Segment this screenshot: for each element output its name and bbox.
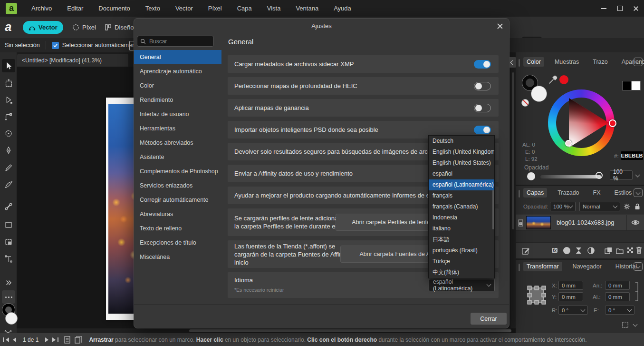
transform-mode-chevron-icon[interactable] bbox=[633, 322, 638, 327]
layer-thumbnail[interactable] bbox=[526, 216, 551, 229]
nav-excepciones-titulo[interactable]: Excepciones de título bbox=[134, 236, 221, 250]
nav-metodos-abreviados[interactable]: Métodos abreviados bbox=[134, 136, 221, 150]
multi-page-icon[interactable] bbox=[75, 336, 82, 344]
lang-option-en-uk[interactable]: English (United Kingdom) bbox=[429, 147, 494, 158]
tab-muestras[interactable]: Muestras bbox=[551, 57, 582, 67]
al-field[interactable]: 0 mm bbox=[605, 292, 630, 301]
transform-mode-icon[interactable] bbox=[621, 321, 629, 329]
panel-grip[interactable] bbox=[519, 190, 520, 198]
nav-general[interactable]: General bbox=[134, 50, 221, 64]
gear-icon[interactable] bbox=[623, 203, 631, 210]
lang-option-japanese[interactable]: 日本語 bbox=[429, 234, 494, 245]
live-filter-icon[interactable] bbox=[587, 247, 595, 255]
settings-search[interactable] bbox=[137, 36, 214, 47]
layers-panel-menu-button[interactable] bbox=[634, 188, 643, 197]
tab-transformar[interactable]: Transformar bbox=[523, 262, 562, 271]
hex-value-field[interactable]: EBEBEB bbox=[621, 151, 643, 160]
active-color-dot[interactable] bbox=[559, 75, 568, 84]
pixel-selection-tool-button[interactable] bbox=[2, 235, 15, 248]
nav-miscelanea[interactable]: Miscelánea bbox=[134, 250, 221, 264]
nav-servicios-enlazados[interactable]: Servicios enlazados bbox=[134, 178, 221, 193]
nav-abreviaturas[interactable]: Abreviaturas bbox=[134, 207, 221, 221]
language-select[interactable]: español (Latinoamérica) bbox=[429, 279, 495, 291]
opacity-chevron-icon[interactable] bbox=[635, 173, 640, 178]
last-page-button[interactable] bbox=[52, 337, 58, 342]
next-page-button[interactable] bbox=[45, 337, 48, 342]
lang-option-chinese[interactable]: 中文(简体) bbox=[429, 267, 494, 278]
layer-opacity-box[interactable]: 100 % bbox=[550, 202, 576, 211]
transform-tool-button[interactable] bbox=[2, 76, 15, 89]
node-tool-button[interactable] bbox=[2, 93, 15, 107]
panel-grip[interactable] bbox=[519, 59, 520, 67]
menu-capa[interactable]: Capa bbox=[230, 0, 260, 17]
lang-option-deutsch[interactable]: Deutsch bbox=[429, 136, 494, 147]
pixel-layer-icon[interactable] bbox=[626, 247, 635, 255]
lang-option-espanol[interactable]: español bbox=[429, 168, 494, 179]
menu-vista[interactable]: Vista bbox=[260, 0, 288, 17]
persona-vector-button[interactable]: Vector bbox=[23, 21, 63, 34]
tab-trazado[interactable]: Trazado bbox=[554, 188, 582, 198]
lang-option-francais[interactable]: français bbox=[429, 190, 494, 201]
maximize-button[interactable] bbox=[612, 0, 628, 17]
tab-color[interactable]: Color bbox=[523, 57, 544, 67]
opacity-value-box[interactable]: 100 % bbox=[610, 170, 633, 180]
none-color-swatch[interactable] bbox=[521, 99, 529, 107]
link-dimensions-icon[interactable] bbox=[634, 282, 639, 302]
dialog-close-button[interactable] bbox=[497, 23, 503, 30]
anchor-point-selector[interactable] bbox=[526, 285, 547, 306]
persona-pixel-button[interactable]: Píxel bbox=[67, 21, 102, 34]
single-page-icon[interactable] bbox=[64, 336, 70, 344]
prev-page-button[interactable] bbox=[13, 337, 16, 342]
tab-capas[interactable]: Capas bbox=[523, 188, 547, 198]
r-field[interactable]: 0 ° bbox=[558, 306, 588, 315]
new-layer-icon[interactable] bbox=[604, 247, 613, 255]
point-transform-tool-button[interactable] bbox=[2, 200, 15, 213]
menu-vector[interactable]: Vector bbox=[168, 0, 201, 17]
eyedropper-icon[interactable] bbox=[547, 73, 559, 86]
tab-estilos[interactable]: Estilos bbox=[611, 188, 635, 198]
toggle-ganancia[interactable] bbox=[474, 104, 491, 112]
opacity-slider-handle[interactable] bbox=[596, 172, 603, 179]
autoselect-checkbox[interactable] bbox=[52, 42, 59, 49]
menu-pixel[interactable]: Píxel bbox=[201, 0, 230, 17]
e-field[interactable]: 0 ° bbox=[605, 306, 634, 315]
move-tool-button[interactable] bbox=[2, 59, 15, 72]
close-button[interactable] bbox=[628, 0, 644, 17]
lang-option-portugues-br[interactable]: português (Brasil) bbox=[429, 245, 494, 256]
collapse-panel-button[interactable] bbox=[509, 57, 516, 68]
toggle-heic[interactable] bbox=[474, 82, 491, 90]
document-tab[interactable]: <Untitled> [Modificado] (41.3%) bbox=[17, 54, 128, 67]
lang-option-italiano[interactable]: italiano bbox=[429, 223, 494, 234]
rectangle-tool-button[interactable] bbox=[2, 218, 15, 231]
menu-ventana[interactable]: Ventana bbox=[288, 0, 326, 17]
tab-fx[interactable]: FX bbox=[590, 188, 604, 198]
nav-color[interactable]: Color bbox=[134, 79, 221, 93]
menu-archivo[interactable]: Archivo bbox=[24, 0, 59, 17]
white-swatch[interactable] bbox=[631, 81, 641, 90]
sv-selector-dot[interactable] bbox=[565, 140, 572, 147]
pen-tool-button[interactable] bbox=[2, 144, 15, 157]
nav-texto-de-relleno[interactable]: Texto de relleno bbox=[134, 221, 221, 236]
dropdown-scroll-thumb[interactable] bbox=[492, 190, 494, 230]
transform-panel-menu-button[interactable] bbox=[634, 262, 643, 271]
nav-aprendizaje[interactable]: Aprendizaje automático bbox=[134, 64, 221, 79]
vector-brush-tool-button[interactable] bbox=[2, 178, 15, 191]
menu-editar[interactable]: Editar bbox=[59, 0, 91, 17]
opacity-slider-track[interactable] bbox=[540, 175, 601, 178]
nav-complementos-photoshop[interactable]: Complementos de Photoshop bbox=[134, 164, 221, 178]
menu-documento[interactable]: Documento bbox=[91, 0, 137, 17]
toggle-xmp[interactable] bbox=[474, 60, 491, 69]
lang-option-francais-ca[interactable]: français (Canada) bbox=[429, 201, 494, 212]
lang-option-indonesia[interactable]: Indonesia bbox=[429, 212, 494, 223]
noise-opacity-toggle[interactable] bbox=[527, 172, 535, 180]
panel-grip[interactable] bbox=[519, 264, 520, 271]
tab-navegador[interactable]: Navegador bbox=[569, 262, 605, 271]
visibility-eye-icon[interactable] bbox=[631, 219, 640, 226]
lock-icon[interactable] bbox=[634, 203, 641, 210]
new-group-folder-icon[interactable] bbox=[615, 247, 624, 255]
nav-rendimiento[interactable]: Rendimiento bbox=[134, 93, 221, 107]
horizontal-scroll-thumb[interactable] bbox=[189, 329, 511, 332]
blend-mode-box[interactable]: Normal bbox=[579, 202, 620, 211]
lang-option-en-us[interactable]: English (United States) bbox=[429, 158, 494, 168]
corner-tool-button[interactable] bbox=[2, 110, 15, 123]
